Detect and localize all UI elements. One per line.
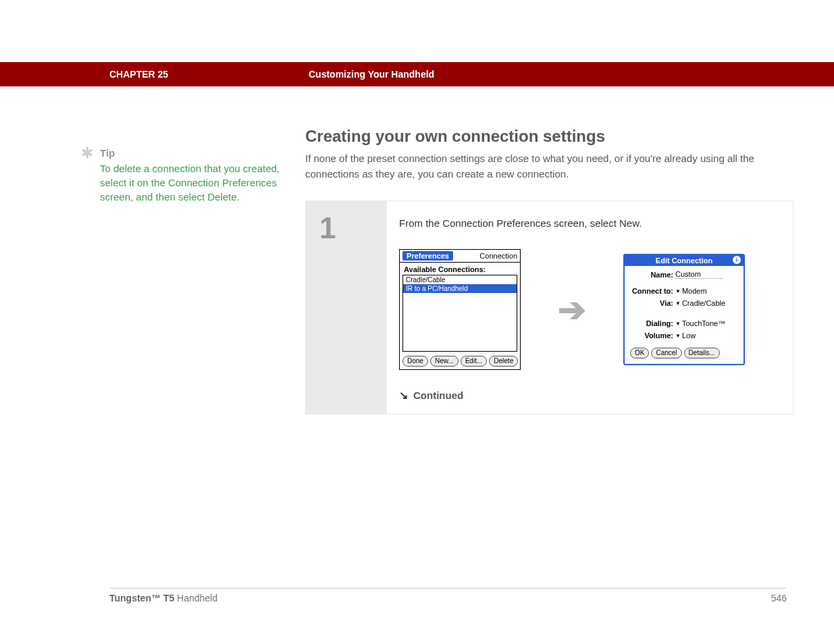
chevron-down-icon: ▼ (675, 321, 681, 327)
list-item[interactable]: Cradle/Cable (403, 275, 517, 284)
available-connections-label: Available Connections: (400, 263, 520, 275)
sidebar: ✱ Tip To delete a connection that you cr… (89, 127, 305, 414)
section-intro: If none of the preset connection setting… (305, 151, 793, 182)
delete-button[interactable]: Delete (489, 356, 518, 367)
name-input[interactable]: Custom (675, 270, 723, 279)
chapter-title: Customizing Your Handheld (309, 69, 434, 80)
volume-label: Volume: (630, 331, 673, 340)
tip-text: To delete a connection that you created,… (100, 161, 285, 204)
via-label: Via: (630, 299, 673, 307)
edit-connection-screenshot: Edit Connection i Name: Custom Connect t… (623, 254, 745, 365)
new-button[interactable]: New... (430, 356, 459, 367)
step-number-column: 1 (306, 201, 387, 414)
connect-to-dropdown[interactable]: ▼ Modem (675, 287, 707, 295)
dialing-dropdown[interactable]: ▼ TouchTone™ (675, 319, 725, 327)
arrow-down-right-icon: ↘ (399, 389, 408, 402)
section-title: Creating your own connection settings (305, 127, 793, 146)
prefs-tab-label: Preferences (402, 251, 453, 261)
via-dropdown[interactable]: ▼ Cradle/Cable (675, 299, 725, 307)
list-item[interactable]: IR to a PC/Handheld (403, 284, 517, 293)
step-instruction: From the Connection Preferences screen, … (399, 217, 781, 229)
step-number: 1 (319, 213, 387, 243)
continued-indicator: ↘ Continued (399, 389, 781, 402)
continued-label: Continued (413, 390, 463, 401)
page-footer: Tungsten™ T5 Handheld 546 (109, 588, 787, 603)
ok-button[interactable]: OK (630, 348, 649, 358)
prefs-right-label: Connection (479, 252, 517, 260)
done-button[interactable]: Done (402, 356, 428, 367)
chevron-down-icon: ▼ (675, 288, 681, 294)
chapter-number: CHAPTER 25 (109, 69, 309, 80)
chapter-header: CHAPTER 25 Customizing Your Handheld (0, 62, 834, 86)
cancel-button[interactable]: Cancel (651, 348, 681, 358)
chevron-down-icon: ▼ (675, 300, 681, 306)
details-button[interactable]: Details... (684, 348, 720, 358)
connection-list[interactable]: Cradle/Cable IR to a PC/Handheld (402, 275, 517, 352)
volume-dropdown[interactable]: ▼ Low (675, 331, 696, 340)
edit-connection-title: Edit Connection (656, 257, 712, 265)
product-name: Tungsten™ T5 Handheld (109, 593, 217, 603)
chevron-down-icon: ▼ (675, 333, 681, 339)
dialing-label: Dialing: (630, 319, 673, 327)
asterisk-icon: ✱ (81, 146, 93, 204)
connect-to-label: Connect to: (630, 287, 673, 295)
edit-button[interactable]: Edit... (461, 356, 488, 367)
info-icon[interactable]: i (733, 256, 741, 264)
name-label: Name: (630, 271, 673, 279)
tip-heading: Tip (100, 147, 285, 159)
step-box: 1 From the Connection Preferences screen… (305, 200, 793, 414)
page-number: 546 (771, 593, 787, 603)
arrow-right-icon: ➔ (558, 293, 586, 327)
tip-callout: ✱ Tip To delete a connection that you cr… (89, 147, 285, 204)
preferences-screenshot: Preferences Connection Available Connect… (399, 249, 521, 370)
